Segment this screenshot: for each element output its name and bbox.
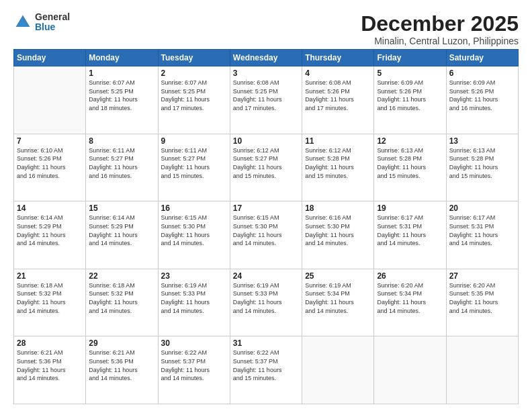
day-info: Sunrise: 6:11 AM Sunset: 5:27 PM Dayligh… <box>161 146 227 180</box>
day-info: Sunrise: 6:13 AM Sunset: 5:28 PM Dayligh… <box>449 146 515 180</box>
day-number: 9 <box>161 136 227 146</box>
day-info: Sunrise: 6:22 AM Sunset: 5:37 PM Dayligh… <box>233 349 299 382</box>
day-info: Sunrise: 6:18 AM Sunset: 5:32 PM Dayligh… <box>17 281 83 315</box>
table-row: 20Sunrise: 6:17 AM Sunset: 5:31 PM Dayli… <box>446 201 518 269</box>
day-number: 2 <box>161 68 227 78</box>
day-info: Sunrise: 6:22 AM Sunset: 5:37 PM Dayligh… <box>161 349 227 382</box>
day-number: 14 <box>17 203 83 213</box>
day-number: 21 <box>17 271 83 281</box>
day-info: Sunrise: 6:08 AM Sunset: 5:25 PM Dayligh… <box>233 79 299 112</box>
day-info: Sunrise: 6:18 AM Sunset: 5:32 PM Dayligh… <box>89 281 154 315</box>
day-number: 28 <box>17 338 83 348</box>
table-row: 22Sunrise: 6:18 AM Sunset: 5:32 PM Dayli… <box>86 269 158 336</box>
table-row: 27Sunrise: 6:20 AM Sunset: 5:35 PM Dayli… <box>446 269 518 336</box>
day-number: 13 <box>449 136 515 146</box>
table-row: 14Sunrise: 6:14 AM Sunset: 5:29 PM Dayli… <box>14 201 86 269</box>
day-number: 16 <box>161 203 227 213</box>
table-row: 30Sunrise: 6:22 AM Sunset: 5:37 PM Dayli… <box>158 336 230 404</box>
day-number: 20 <box>449 203 515 213</box>
table-row: 17Sunrise: 6:15 AM Sunset: 5:30 PM Dayli… <box>230 201 302 269</box>
calendar-week-row: 1Sunrise: 6:07 AM Sunset: 5:25 PM Daylig… <box>14 66 519 134</box>
weekday-header-row: Sunday Monday Tuesday Wednesday Thursday… <box>14 50 519 66</box>
day-info: Sunrise: 6:12 AM Sunset: 5:27 PM Dayligh… <box>233 146 299 180</box>
header-wednesday: Wednesday <box>230 50 302 66</box>
day-number: 26 <box>377 271 443 281</box>
day-number: 19 <box>377 203 443 213</box>
day-info: Sunrise: 6:21 AM Sunset: 5:36 PM Dayligh… <box>17 349 83 382</box>
day-info: Sunrise: 6:14 AM Sunset: 5:29 PM Dayligh… <box>17 214 83 247</box>
day-info: Sunrise: 6:19 AM Sunset: 5:33 PM Dayligh… <box>161 281 227 315</box>
day-info: Sunrise: 6:17 AM Sunset: 5:31 PM Dayligh… <box>449 214 515 247</box>
day-info: Sunrise: 6:09 AM Sunset: 5:26 PM Dayligh… <box>377 79 443 112</box>
day-info: Sunrise: 6:15 AM Sunset: 5:30 PM Dayligh… <box>161 214 227 247</box>
day-number: 12 <box>377 136 443 146</box>
day-info: Sunrise: 6:14 AM Sunset: 5:29 PM Dayligh… <box>89 214 154 247</box>
subtitle: Minalin, Central Luzon, Philippines <box>361 36 519 46</box>
day-info: Sunrise: 6:10 AM Sunset: 5:26 PM Dayligh… <box>17 146 83 180</box>
header-tuesday: Tuesday <box>158 50 230 66</box>
day-info: Sunrise: 6:13 AM Sunset: 5:28 PM Dayligh… <box>377 146 443 180</box>
page: General Blue December 2025 Minalin, Cent… <box>0 0 532 411</box>
table-row <box>446 336 518 404</box>
day-number: 17 <box>233 203 299 213</box>
day-number: 1 <box>89 68 154 78</box>
table-row: 10Sunrise: 6:12 AM Sunset: 5:27 PM Dayli… <box>230 134 302 201</box>
table-row: 5Sunrise: 6:09 AM Sunset: 5:26 PM Daylig… <box>374 66 446 134</box>
table-row: 1Sunrise: 6:07 AM Sunset: 5:25 PM Daylig… <box>86 66 158 134</box>
table-row: 3Sunrise: 6:08 AM Sunset: 5:25 PM Daylig… <box>230 66 302 134</box>
day-number: 11 <box>305 136 371 146</box>
table-row: 31Sunrise: 6:22 AM Sunset: 5:37 PM Dayli… <box>230 336 302 404</box>
day-info: Sunrise: 6:11 AM Sunset: 5:27 PM Dayligh… <box>89 146 154 180</box>
day-info: Sunrise: 6:19 AM Sunset: 5:33 PM Dayligh… <box>233 281 299 315</box>
calendar-table: Sunday Monday Tuesday Wednesday Thursday… <box>13 49 519 404</box>
header-thursday: Thursday <box>302 50 374 66</box>
table-row: 28Sunrise: 6:21 AM Sunset: 5:36 PM Dayli… <box>14 336 86 404</box>
day-info: Sunrise: 6:20 AM Sunset: 5:34 PM Dayligh… <box>377 281 443 315</box>
day-number: 8 <box>89 136 154 146</box>
header-saturday: Saturday <box>446 50 518 66</box>
day-number: 30 <box>161 338 227 348</box>
day-number: 15 <box>89 203 154 213</box>
day-info: Sunrise: 6:07 AM Sunset: 5:25 PM Dayligh… <box>89 79 154 112</box>
logo-blue-text: Blue <box>35 22 70 32</box>
table-row: 4Sunrise: 6:08 AM Sunset: 5:26 PM Daylig… <box>302 66 374 134</box>
table-row: 24Sunrise: 6:19 AM Sunset: 5:33 PM Dayli… <box>230 269 302 336</box>
day-info: Sunrise: 6:17 AM Sunset: 5:31 PM Dayligh… <box>377 214 443 247</box>
calendar-week-row: 14Sunrise: 6:14 AM Sunset: 5:29 PM Dayli… <box>14 201 519 269</box>
table-row: 9Sunrise: 6:11 AM Sunset: 5:27 PM Daylig… <box>158 134 230 201</box>
day-number: 22 <box>89 271 154 281</box>
day-number: 31 <box>233 338 299 348</box>
day-info: Sunrise: 6:09 AM Sunset: 5:26 PM Dayligh… <box>449 79 515 112</box>
day-info: Sunrise: 6:21 AM Sunset: 5:36 PM Dayligh… <box>89 349 154 382</box>
logo-general-text: General <box>35 12 70 22</box>
day-info: Sunrise: 6:08 AM Sunset: 5:26 PM Dayligh… <box>305 79 371 112</box>
day-number: 27 <box>449 271 515 281</box>
day-number: 5 <box>377 68 443 78</box>
table-row: 29Sunrise: 6:21 AM Sunset: 5:36 PM Dayli… <box>86 336 158 404</box>
day-info: Sunrise: 6:16 AM Sunset: 5:30 PM Dayligh… <box>305 214 371 247</box>
table-row: 15Sunrise: 6:14 AM Sunset: 5:29 PM Dayli… <box>86 201 158 269</box>
day-number: 25 <box>305 271 371 281</box>
header: General Blue December 2025 Minalin, Cent… <box>13 12 519 46</box>
table-row: 6Sunrise: 6:09 AM Sunset: 5:26 PM Daylig… <box>446 66 518 134</box>
logo-icon <box>13 13 32 32</box>
calendar-week-row: 28Sunrise: 6:21 AM Sunset: 5:36 PM Dayli… <box>14 336 519 404</box>
logo-text: General Blue <box>35 12 70 33</box>
header-monday: Monday <box>86 50 158 66</box>
day-number: 3 <box>233 68 299 78</box>
day-info: Sunrise: 6:12 AM Sunset: 5:28 PM Dayligh… <box>305 146 371 180</box>
logo: General Blue <box>13 12 70 33</box>
main-title: December 2025 <box>361 12 519 36</box>
day-info: Sunrise: 6:20 AM Sunset: 5:35 PM Dayligh… <box>449 281 515 315</box>
table-row <box>14 66 86 134</box>
table-row: 8Sunrise: 6:11 AM Sunset: 5:27 PM Daylig… <box>86 134 158 201</box>
day-info: Sunrise: 6:19 AM Sunset: 5:34 PM Dayligh… <box>305 281 371 315</box>
table-row: 26Sunrise: 6:20 AM Sunset: 5:34 PM Dayli… <box>374 269 446 336</box>
day-info: Sunrise: 6:07 AM Sunset: 5:25 PM Dayligh… <box>161 79 227 112</box>
day-info: Sunrise: 6:15 AM Sunset: 5:30 PM Dayligh… <box>233 214 299 247</box>
table-row: 23Sunrise: 6:19 AM Sunset: 5:33 PM Dayli… <box>158 269 230 336</box>
table-row <box>302 336 374 404</box>
day-number: 6 <box>449 68 515 78</box>
table-row: 2Sunrise: 6:07 AM Sunset: 5:25 PM Daylig… <box>158 66 230 134</box>
calendar-week-row: 7Sunrise: 6:10 AM Sunset: 5:26 PM Daylig… <box>14 134 519 201</box>
